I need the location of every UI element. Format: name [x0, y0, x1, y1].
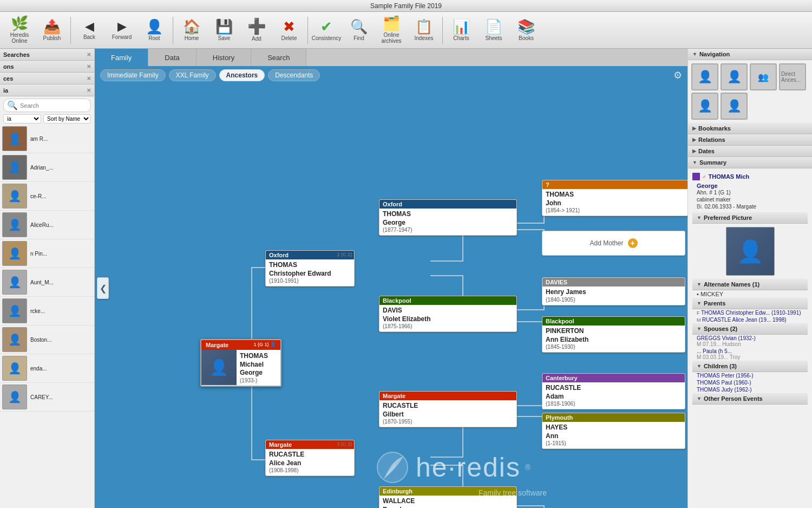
add-icon: ➕	[247, 19, 266, 34]
back-button[interactable]: ◀ Back	[74, 14, 104, 47]
card-header: Margate	[379, 392, 516, 400]
sheets-button[interactable]: 📄 Sheets	[479, 14, 509, 47]
card-header: DAVIES	[542, 278, 685, 286]
charts-button[interactable]: 📊 Charts	[446, 14, 476, 47]
sort-dropdown[interactable]: Sort by Name	[43, 114, 91, 123]
list-item[interactable]: 👤 ce-R...	[0, 182, 94, 211]
dates-section-header[interactable]: ▶ Dates	[688, 146, 812, 157]
find-button[interactable]: 🔍 Find	[344, 14, 374, 47]
list-item[interactable]: 👤 Boston...	[0, 325, 94, 354]
card-header: Blackpool	[379, 296, 516, 305]
forward-button[interactable]: ▶ Forward	[107, 14, 137, 47]
spouse2-row[interactable]: ... Paula (h 5... M 03.03.19... Troy	[692, 348, 808, 361]
mother-row[interactable]: M RUCASTLE Alice Jean (19... 1998)	[692, 316, 808, 323]
card-pinkerton-ann[interactable]: Blackpool PINKERTON Ann Elizabeth (1845-…	[542, 316, 685, 353]
spouse1-row[interactable]: GREGGS Vivian (1932-) M 07.19... Hudson	[692, 335, 808, 348]
add-mother-button[interactable]: Add Mother +	[542, 231, 685, 256]
home-button[interactable]: 🏠 Home	[176, 14, 207, 47]
list-item[interactable]: 👤 CAREY...	[0, 383, 94, 412]
list-item[interactable]: 👤 n Pin...	[0, 239, 94, 268]
bookmarks-section-header[interactable]: ▶ Bookmarks	[688, 123, 812, 134]
list-item[interactable]: 👤 Aunt_M...	[0, 268, 94, 297]
tab-history[interactable]: History	[197, 49, 251, 66]
list-item[interactable]: 👤 am R...	[0, 125, 94, 153]
nav-thumb-man[interactable]: 👤	[691, 63, 718, 90]
card-body: Henry James (1840-1905)	[542, 286, 685, 305]
card-thomas-george[interactable]: Oxford THOMAS George (1877-1947)	[379, 199, 517, 236]
section-sources[interactable]: ces ×	[0, 73, 94, 84]
nav-arrow-left[interactable]: ❮	[97, 277, 109, 299]
subtab-xxl[interactable]: XXL Family	[169, 69, 216, 81]
card-wallace-brenda[interactable]: Edinburgh WALLACE Brenda (1873-1937)	[379, 486, 517, 508]
nav-thumb-direct[interactable]: Direct Ances...	[779, 63, 806, 90]
list-item[interactable]: 👤 Adrian_...	[0, 153, 94, 182]
relations-section-header[interactable]: ▶ Relations	[688, 134, 812, 146]
close-sources[interactable]: ×	[87, 74, 91, 82]
card-rucastle-gilbert[interactable]: Margate RUCASTLE Gilbert (1870-1955)	[379, 391, 517, 427]
navigation-section-header[interactable]: ▼ Navigation	[688, 49, 812, 60]
toolbar-sep-1	[70, 17, 71, 44]
nav-thumb-man2[interactable]: 👤	[691, 93, 718, 120]
search-input[interactable]	[20, 102, 87, 109]
child1-row[interactable]: THOMAS Peter (1956-)	[692, 372, 808, 379]
delete-button[interactable]: ✖ Delete	[274, 14, 304, 47]
online-archives-button[interactable]: 🗂️ Online archives	[376, 14, 407, 47]
summary-section-header[interactable]: ▼ Summary	[688, 157, 812, 168]
indexes-button[interactable]: 📋 Indexes	[409, 14, 439, 47]
svg-point-0	[377, 452, 408, 483]
save-button[interactable]: 💾 Save	[209, 14, 239, 47]
spouses-header[interactable]: ▼ Spouses (2)	[692, 323, 808, 335]
root-button[interactable]: 👤 Root	[139, 14, 169, 47]
father-row[interactable]: F THOMAS Christopher Edw... (1910-1991)	[692, 309, 808, 316]
child3-row[interactable]: THOMAS Judy (1962-)	[692, 386, 808, 393]
tab-data[interactable]: Data	[148, 49, 196, 66]
subtab-ancestors[interactable]: Ancestors	[219, 69, 265, 81]
add-button[interactable]: ➕ Add	[241, 14, 272, 47]
tree-canvas[interactable]: ❮ ❯ Margate 1 (G 1) 👤 👤 THOMAS Michael G…	[95, 89, 687, 508]
root-card[interactable]: Margate 1 (G 1) 👤 👤 THOMAS Michael Georg…	[200, 339, 281, 387]
other-events-header[interactable]: ▼ Other Person Events	[692, 393, 808, 405]
card-rucastle-adam[interactable]: Canterbury RUCASTLE Adam (1818-1906)	[542, 373, 685, 409]
list-item[interactable]: 👤 rcke...	[0, 297, 94, 325]
parents-header[interactable]: ▼ Parents	[692, 298, 808, 309]
tab-search[interactable]: Search	[251, 49, 306, 66]
subtab-immediate[interactable]: Immediate Family	[100, 69, 166, 81]
preferred-picture-thumb[interactable]: 👤	[726, 227, 775, 276]
subtab-descendants[interactable]: Descendants	[268, 69, 320, 81]
card-rucastle-alice[interactable]: Margate 3 (C 2) RUCASTLE Alice Jean (190…	[265, 440, 355, 476]
toolbar-tools-group: ✔ Consistency 🔍 Find 🗂️ Online archives …	[311, 14, 439, 47]
alternate-names-header[interactable]: ▼ Alternate Names (1)	[692, 279, 808, 290]
child2-row[interactable]: THOMAS Paul (1960-)	[692, 379, 808, 386]
card-hayes-ann[interactable]: Plymouth HAYES Ann (1-1915)	[542, 413, 685, 449]
card-davies-henry[interactable]: DAVIES Henry James (1840-1905)	[542, 277, 685, 305]
back-icon: ◀	[85, 21, 94, 32]
section-media[interactable]: ia ×	[0, 84, 94, 96]
root-card-inner: 👤 THOMAS Michael George (1933-)	[201, 350, 280, 386]
card-davis-violet[interactable]: Blackpool DAVIS Violet Elizabeth (1875-1…	[379, 296, 517, 332]
sheets-icon: 📄	[485, 19, 502, 34]
close-searches[interactable]: ×	[87, 50, 91, 58]
preferred-picture-header[interactable]: ▼ Preferred Picture	[692, 212, 808, 224]
list-item[interactable]: 👤 AliceRu...	[0, 211, 94, 239]
tab-family[interactable]: Family	[95, 49, 148, 66]
nav-thumb-couple[interactable]: 👥	[750, 63, 777, 90]
consistency-button[interactable]: ✔ Consistency	[311, 14, 342, 47]
list-item[interactable]: 👤 enda...	[0, 354, 94, 383]
summary-person[interactable]: ♂ THOMAS Mich	[692, 171, 808, 183]
close-persons[interactable]: ×	[87, 62, 91, 70]
publish-button[interactable]: 📤 Publish	[37, 14, 67, 47]
close-media[interactable]: ×	[87, 86, 91, 94]
filter-dropdown[interactable]: ia	[3, 114, 41, 123]
nav-thumb-woman2[interactable]: 👤	[721, 93, 748, 120]
herdis-logo: he·redis ®	[374, 448, 547, 486]
card-thomas-christopher[interactable]: Oxford 2 (C 2) THOMAS Christopher Edward…	[265, 250, 355, 286]
settings-gear-icon[interactable]: ⚙	[673, 69, 682, 81]
section-persons[interactable]: ons ×	[0, 61, 94, 73]
section-searches[interactable]: Searches ×	[0, 49, 94, 61]
books-button[interactable]: 📚 Books	[511, 14, 541, 47]
summary-given: George	[692, 183, 808, 189]
card-thomas-john[interactable]: ? THOMAS John (1854-> 1921)	[542, 180, 687, 216]
children-header[interactable]: ▼ Children (3)	[692, 361, 808, 372]
heredis-online-button[interactable]: 🌿 Heredis Online	[4, 14, 35, 47]
nav-thumb-woman[interactable]: 👤	[721, 63, 748, 90]
